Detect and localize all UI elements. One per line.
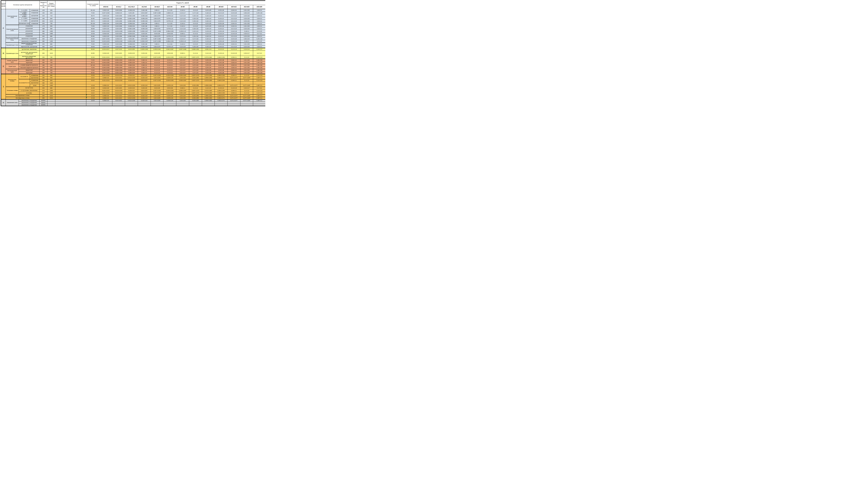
feed-value-cell: 0,094-0,1 bbox=[227, 79, 240, 82]
feed-value-cell: 0,22-0,25 bbox=[202, 22, 215, 25]
feed-value-cell: 0,075-0,12 bbox=[163, 20, 176, 22]
feed-value-cell: 0,011-0,013 bbox=[100, 56, 112, 59]
material-cell: Вольфрамовые сплавы bbox=[6, 94, 40, 97]
feed-value-cell: 0,12-0,13 bbox=[253, 56, 265, 59]
diameter-column-header: ø6-ø8 bbox=[202, 5, 215, 9]
material-cell: чистый титан bbox=[19, 87, 40, 89]
hb-value-cell: 245 bbox=[40, 67, 47, 69]
feed-value-cell: 0,084-0,094 bbox=[215, 89, 228, 92]
spacer-cell bbox=[55, 64, 86, 67]
spacer-cell bbox=[55, 97, 86, 100]
hb-value-cell: 380 bbox=[40, 40, 47, 42]
hb-value-cell: 190 bbox=[40, 12, 47, 14]
feed-value-cell: 0,027-0,033 bbox=[151, 74, 163, 77]
feed-value-cell: 0,04-0,05 bbox=[151, 87, 163, 89]
feed-value-cell: 0,016-0,02 bbox=[125, 89, 138, 92]
feed-value-cell: 0,03-0,036 bbox=[112, 46, 125, 48]
feed-value-cell: 0,053-0,067 bbox=[176, 89, 189, 92]
vc-value-cell: 25-35 bbox=[86, 74, 100, 77]
feed-value-cell: 0,024-0,03 bbox=[125, 51, 138, 56]
feed-value-cell: 0,11-0,13 bbox=[151, 72, 163, 74]
feed-value-cell: 0,04-0,05 bbox=[125, 38, 138, 40]
hb-value-cell: 330 bbox=[40, 46, 47, 48]
vc-value-cell: 20-30 bbox=[86, 56, 100, 59]
material-cell: C > 0,25% ... ≤0,55% bbox=[19, 14, 30, 17]
material-cell: Нелегированная сталь bbox=[6, 9, 19, 25]
feed-value-cell: 0,083-0,091 bbox=[189, 48, 202, 51]
vc-value-cell: 10-18 bbox=[86, 94, 100, 97]
feed-value-cell: 0,024-0,03 bbox=[100, 20, 112, 22]
spacer-cell bbox=[55, 100, 86, 102]
feed-value-cell: 0,23-0,26 bbox=[240, 17, 253, 20]
feed-value-cell: 0,13-0,21 bbox=[163, 61, 176, 64]
feed-value-cell: 0,012-0,015 bbox=[125, 100, 138, 102]
feed-value-cell bbox=[227, 82, 240, 84]
hb-value-cell: 55HRC bbox=[40, 102, 47, 104]
feed-value-cell: 0,025-0,04 bbox=[163, 100, 176, 102]
feed-value-cell bbox=[100, 104, 112, 106]
feed-value-cell: 0,04-0,048 bbox=[112, 22, 125, 25]
feed-value-cell: 0,033-0,053 bbox=[163, 92, 176, 94]
table-row: закаленная и отпущенная55HRC bbox=[1, 102, 265, 104]
rm-value-cell: 1010 bbox=[47, 38, 55, 40]
feed-value-cell: 0,38-0,41 bbox=[227, 67, 240, 69]
feed-value-cell: 0,016-0,02 bbox=[100, 33, 112, 35]
feed-value-cell: 0,17-0,2 bbox=[253, 33, 265, 35]
feed-value-cell: 0,06-0,08 bbox=[138, 9, 151, 12]
feed-value-cell: 0,067-0,083 bbox=[151, 38, 163, 40]
feed-value-cell: 0,1-0,12 bbox=[240, 79, 253, 82]
feed-rate-table: Группа материалов Основные группы матери… bbox=[1, 0, 265, 106]
feed-value-cell: 0,46-0,53 bbox=[253, 64, 265, 67]
feed-value-cell: 0,21-0,23 bbox=[227, 46, 240, 48]
rm-value-cell bbox=[47, 102, 55, 104]
material-cell: ферритный bbox=[19, 59, 40, 61]
feed-value-cell: 0,26-0,3 bbox=[253, 14, 265, 17]
table-row: с высоким пределом прочности24535070-900… bbox=[1, 67, 265, 69]
feed-value-cell: 0,093-0,12 bbox=[176, 30, 189, 33]
feed-value-cell: 0,077-0,087 bbox=[240, 94, 253, 97]
feed-value-cell: 0,08-0,11 bbox=[138, 67, 151, 69]
material-cell: аустенитная, дисперсионно твердеющая bbox=[19, 51, 40, 56]
feed-value-cell: 0,05-0,055 bbox=[189, 94, 202, 97]
material-cell: Нержавеющая сталь bbox=[6, 42, 19, 48]
vc-value-cell: 40-50 bbox=[86, 51, 100, 56]
feed-value-cell: 0,27-0,29 bbox=[189, 61, 202, 64]
feed-value-cell: 0,13-0,15 bbox=[202, 30, 215, 33]
table-row: C > 0,25% ... ≤0,55%улучшенная21071055-7… bbox=[1, 14, 265, 17]
feed-value-cell: 0,073-0,084 bbox=[202, 92, 215, 94]
feed-value-cell: 0,075-0,12 bbox=[163, 17, 176, 20]
hb-value-cell: 350 bbox=[40, 82, 47, 84]
feed-value-cell bbox=[215, 102, 228, 104]
feed-value-cell: 0,025-0,04 bbox=[163, 94, 176, 97]
feed-value-cell: 0,03-0,036 bbox=[112, 28, 125, 30]
feed-value-cell: 0,11-0,13 bbox=[202, 51, 215, 56]
vc-value-cell: 55-70 bbox=[86, 20, 100, 22]
feed-value-cell: 0,04-0,05 bbox=[151, 51, 163, 56]
feed-value-cell: 0,15-0,16 bbox=[189, 17, 202, 20]
feed-value-cell: 0,13-0,14 bbox=[215, 51, 228, 56]
feed-value-cell: 0,083-0,13 bbox=[163, 38, 176, 40]
feed-value-cell: 0,087-0,1 bbox=[253, 97, 265, 100]
feed-value-cell: 0,016-0,02 bbox=[125, 56, 138, 59]
feed-value-cell: 0,043-0,053 bbox=[100, 61, 112, 64]
spacer-cell bbox=[55, 72, 86, 74]
hb-value-cell: 60HRC bbox=[40, 104, 47, 106]
material-cell: аустенитная, закаленная bbox=[19, 48, 40, 51]
spacer-cell bbox=[55, 56, 86, 59]
feed-value-cell: 0,064-0,08 bbox=[125, 69, 138, 72]
feed-value-cell: 0,032-0,04 bbox=[100, 42, 112, 46]
feed-value-cell: 0,071-0,077 bbox=[227, 77, 240, 79]
feed-value-cell: 0,15-0,17 bbox=[240, 51, 253, 56]
table-row: β-сплавы410140016-220,011-0,0130,013-0,0… bbox=[1, 92, 265, 94]
hb-value-cell: 180 bbox=[40, 64, 47, 67]
feed-value-cell: 0,46-0,53 bbox=[253, 61, 265, 64]
spacer-cell bbox=[55, 25, 86, 28]
header-strength-rm: Предел прочности Rm, Н/мм2 bbox=[47, 1, 55, 9]
table-row: упрочненные28094016-220,008-0,010,01-0,0… bbox=[1, 77, 265, 79]
feed-value-cell: 0,017-0,02 bbox=[112, 48, 125, 51]
feed-value-cell: 0,21-0,23 bbox=[227, 14, 240, 17]
feed-value-cell: 0,15-0,16 bbox=[189, 46, 202, 48]
feed-value-cell bbox=[227, 102, 240, 104]
feed-value-cell: 0,16-0,2 bbox=[176, 22, 189, 25]
feed-value-cell: 0,03-0,036 bbox=[112, 20, 125, 22]
